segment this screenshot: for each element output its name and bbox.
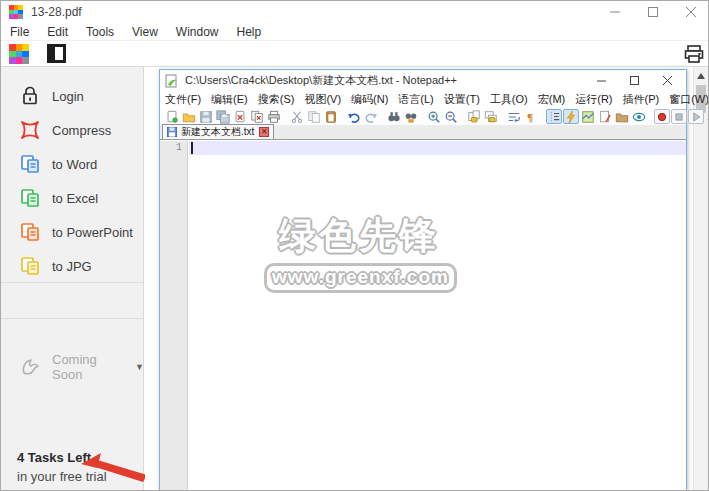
menu-tools[interactable]: Tools (77, 23, 123, 41)
notepadpp-titlebar: C:\Users\Cra4ck\Desktop\新建文本文档.txt - Not… (160, 70, 686, 91)
npp-menubar-close-button[interactable]: X (671, 91, 678, 108)
npp-menu-edit[interactable]: 编辑(E) (206, 92, 253, 107)
scroll-up-icon[interactable] (694, 69, 708, 83)
npp-menu-run[interactable]: 运行(R) (570, 92, 617, 107)
print-button[interactable] (682, 43, 706, 65)
zoom-in-icon[interactable] (426, 109, 442, 124)
print-icon[interactable] (266, 109, 282, 124)
excel-pages-icon (19, 187, 41, 209)
coming-soon-icon (19, 356, 41, 378)
sidebar-separator (1, 318, 144, 319)
sidebar-item-to-word[interactable]: to Word (1, 147, 143, 181)
open-file-icon[interactable] (181, 109, 197, 124)
sync-scroll-vertical-icon[interactable] (466, 109, 482, 124)
lock-icon (19, 85, 41, 107)
menu-help[interactable]: Help (228, 23, 271, 41)
notepadpp-editor[interactable]: 1 (160, 141, 686, 491)
replace-icon[interactable] (403, 109, 419, 124)
npp-menu-tools[interactable]: 工具(O) (485, 92, 533, 107)
app-toolbar (1, 41, 709, 67)
notepadpp-tabbar: 新建文本文档.txt ✕ (160, 125, 686, 140)
show-wrap-symbols-icon[interactable] (563, 109, 579, 124)
folder-as-workspace-icon[interactable] (614, 109, 630, 124)
npp-menu-macro[interactable]: 宏(M) (533, 92, 571, 107)
document-list-icon[interactable] (597, 109, 613, 124)
npp-menu-settings[interactable]: 设置(T) (439, 92, 485, 107)
monitoring-icon[interactable] (631, 109, 647, 124)
close-all-files-icon[interactable] (249, 109, 265, 124)
tab-label: 新建文本文档.txt (181, 125, 254, 139)
word-wrap-icon[interactable] (506, 109, 522, 124)
macro-stop-icon[interactable] (671, 109, 687, 124)
app-menubar: File Edit Tools View Window Help (1, 23, 709, 41)
trial-status: 4 Tasks Left in your free trial (17, 450, 107, 484)
npp-menu-encoding[interactable]: 编码(N) (346, 92, 393, 107)
sidebar-list: Login Compress to Word (1, 79, 143, 283)
find-icon[interactable] (386, 109, 402, 124)
page-panel-toggle-icon[interactable] (47, 44, 66, 63)
sidebar-item-label: to PowerPoint (52, 225, 133, 240)
app-logo-icon (9, 5, 23, 19)
sync-scroll-horizontal-icon[interactable] (483, 109, 499, 124)
main-scrollbar[interactable] (693, 67, 708, 491)
coming-soon-label: Coming Soon (52, 352, 125, 382)
macro-record-icon[interactable] (654, 109, 670, 124)
sidebar: Login Compress to Word (1, 67, 144, 491)
notepadpp-maximize-button[interactable] (618, 70, 651, 91)
tab-close-icon[interactable]: ✕ (259, 127, 269, 137)
app-minimize-button[interactable] (596, 1, 634, 23)
sidebar-item-login[interactable]: Login (1, 79, 143, 113)
sidebar-item-to-excel[interactable]: to Excel (1, 181, 143, 215)
line-number-gutter: 1 (160, 141, 188, 491)
npp-menu-language[interactable]: 语言(L) (393, 92, 438, 107)
copy-icon[interactable] (306, 109, 322, 124)
indent-guide-icon[interactable] (546, 109, 562, 124)
sidebar-item-compress[interactable]: Compress (1, 113, 143, 147)
show-all-characters-icon[interactable]: ¶ (523, 109, 539, 124)
document-tab[interactable]: 新建文本文档.txt ✕ (162, 124, 274, 139)
notepadpp-icon (165, 74, 179, 88)
new-file-icon[interactable] (164, 109, 180, 124)
cut-icon[interactable] (289, 109, 305, 124)
app-titlebar: 13-28.pdf (1, 1, 709, 23)
document-map-icon[interactable] (580, 109, 596, 124)
close-file-icon[interactable] (232, 109, 248, 124)
notepadpp-minimize-button[interactable] (585, 70, 618, 91)
paste-icon[interactable] (323, 109, 339, 124)
jpg-pages-icon (19, 255, 41, 277)
sidebar-item-to-powerpoint[interactable]: to PowerPoint (1, 215, 143, 249)
macro-play-icon[interactable] (688, 109, 704, 124)
sidebar-item-label: Compress (52, 123, 111, 138)
menu-window[interactable]: Window (167, 23, 228, 41)
tools-grid-icon[interactable] (9, 44, 29, 64)
npp-menu-file[interactable]: 文件(F) (160, 92, 206, 107)
menu-file[interactable]: File (1, 23, 38, 41)
text-caret (191, 142, 193, 154)
notepadpp-toolbar: ¶» (160, 108, 686, 125)
redo-icon[interactable] (363, 109, 379, 124)
zoom-out-icon[interactable] (443, 109, 459, 124)
desktop-screenshot: 13-28.pdf File Edit Tools View Window He… (0, 0, 709, 491)
tasks-left-text: 4 Tasks Left (17, 450, 107, 465)
saved-state-icon (167, 127, 177, 137)
sidebar-item-label: to JPG (52, 259, 92, 274)
undo-icon[interactable] (346, 109, 362, 124)
compress-icon (19, 119, 41, 141)
app-maximize-button[interactable] (634, 1, 672, 23)
app-window-title: 13-28.pdf (31, 5, 82, 19)
notepadpp-close-button[interactable] (651, 70, 684, 91)
npp-menu-search[interactable]: 搜索(S) (253, 92, 300, 107)
save-icon[interactable] (198, 109, 214, 124)
npp-menu-plugins[interactable]: 插件(P) (618, 92, 665, 107)
sidebar-item-coming-soon[interactable]: Coming Soon ▼ (1, 350, 144, 384)
menu-edit[interactable]: Edit (38, 23, 77, 41)
sidebar-item-label: to Excel (52, 191, 98, 206)
app-close-button[interactable] (672, 1, 709, 23)
notepadpp-window: C:\Users\Cra4ck\Desktop\新建文本文档.txt - Not… (159, 69, 687, 491)
npp-menu-view[interactable]: 视图(V) (299, 92, 346, 107)
sidebar-item-label: Login (52, 89, 84, 104)
save-all-icon[interactable] (215, 109, 231, 124)
menu-view[interactable]: View (123, 23, 167, 41)
trial-note-text: in your free trial (17, 469, 107, 484)
sidebar-item-to-jpg[interactable]: to JPG (1, 249, 143, 283)
